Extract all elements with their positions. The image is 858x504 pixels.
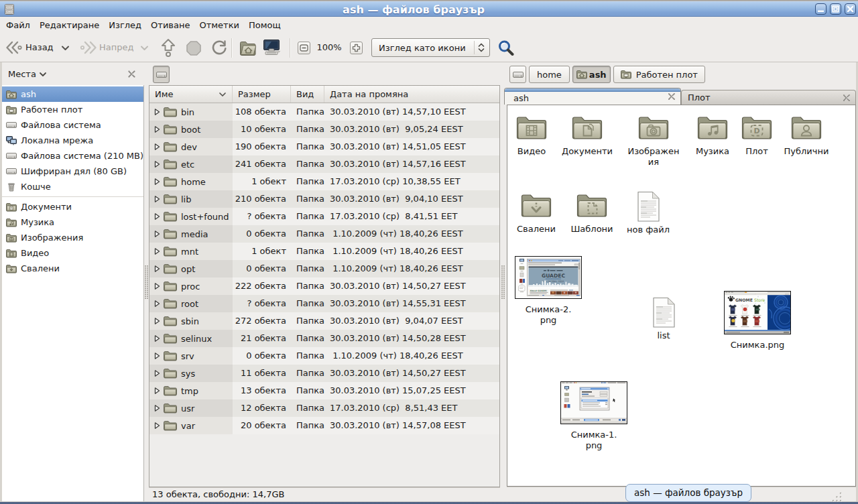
file-row-sys[interactable]: sys 11 обекта Папка 30.03.2010 (вт) 14,5… [149,365,499,382]
column-header-type[interactable]: Вид [291,86,324,103]
pathbar-ash-button[interactable]: ash [572,66,611,83]
sidebar-item-home[interactable]: ash [2,86,143,102]
sidebar-item-documents[interactable]: Документи [2,199,143,214]
expander-icon[interactable] [153,369,164,377]
sidebar-item-network[interactable]: Локална мрежа [2,133,143,148]
expander-icon[interactable] [153,422,164,430]
file-row-lib[interactable]: lib 210 обекта Папка 30.03.2010 (вт) 9,0… [149,190,499,208]
menu-go[interactable]: Отиване [146,17,194,34]
expander-icon[interactable] [153,108,164,116]
search-icon[interactable] [497,40,515,57]
tab-close-icon[interactable] [668,92,676,101]
expander-icon[interactable] [153,230,164,238]
sidebar-item-music[interactable]: Музика [2,214,143,230]
file-row-root[interactable]: root ? обекта Папка 30.03.2010 (вт) 14,5… [149,295,499,312]
file-row-var[interactable]: var 20 обекта Папка 30.03.2010 (вт) 14,5… [149,417,499,434]
computer-icon[interactable] [262,39,281,57]
item-folder-downloads[interactable]: Свалени [506,192,566,235]
zoom-out-button[interactable] [298,42,310,54]
icon-view[interactable]: Видео Документи Изображения Музика DПлот… [507,105,856,487]
sidebar-item-desktop[interactable]: Работен плот [2,102,143,117]
close-button[interactable] [845,3,856,15]
expander-icon[interactable] [153,317,164,325]
tab-close-icon[interactable] [843,94,851,102]
file-row-opt[interactable]: opt 0 обекта Папка 1.10.2009 (чт) 18,40,… [149,260,499,277]
pathbar-home-button[interactable]: home [529,66,570,83]
expander-icon[interactable] [153,387,164,395]
zoom-in-button[interactable] [350,42,363,54]
file-row-dev[interactable]: dev 190 обекта Папка 30.03.2010 (вт) 14,… [149,138,499,155]
expander-icon[interactable] [153,195,164,203]
file-row-proc[interactable]: proc 222 обекта Папка 30.03.2010 (вт) 14… [149,277,499,295]
menu-bookmarks[interactable]: Отметки [194,17,243,34]
file-row-media[interactable]: media 0 обекта Папка 1.10.2009 (чт) 18,4… [149,225,499,243]
expander-icon[interactable] [153,282,164,290]
column-header-name[interactable]: Име [149,86,233,103]
pathbar-desktop-button[interactable]: Работен плот [613,66,705,83]
file-row-boot[interactable]: boot 10 обекта Папка 30.03.2010 (вт) 9,0… [149,121,499,138]
column-header-size[interactable]: Размер [233,86,291,103]
tab-plot[interactable]: Плот [681,90,856,105]
item-folder-documents[interactable]: Документи [557,115,617,157]
up-icon[interactable] [160,38,177,58]
sidebar-item-trash[interactable]: Кошче [2,179,143,194]
file-row-selinux[interactable]: selinux 21 обекта Папка 30.03.2010 (вт) … [149,330,499,347]
sidebar-splitter[interactable] [144,63,149,501]
titlebar[interactable]: ash — файлов браузър [0,1,858,17]
item-folder-public[interactable]: Публични [776,115,837,157]
minimize-button[interactable] [815,3,826,15]
item-image-snimka2[interactable]: GUADECJuly 24-30th, 2010About GUADECСним… [511,256,585,326]
pathbar-root-button[interactable] [509,66,526,83]
menu-help[interactable]: Помощ [244,17,286,34]
expander-icon[interactable] [153,300,164,308]
item-image-snimka1[interactable]: Снимка-1.png [557,381,631,451]
sidebar-item-downloads[interactable]: Свалени [2,261,143,276]
sidebar-item-volume-210mb[interactable]: Файлова система (210 MB) [2,148,143,164]
expander-icon[interactable] [153,212,164,220]
sidebar-close-icon[interactable] [127,70,136,78]
home-icon[interactable] [239,40,257,56]
back-icon[interactable] [5,40,23,56]
item-file-list[interactable]: list [633,297,694,341]
file-row-lost-found[interactable]: lost+found ? обекта Папка 17.03.2010 (ср… [149,208,499,225]
menu-edit[interactable]: Редактиране [35,17,104,34]
file-row-srv[interactable]: srv 0 обекта Папка 1.10.2009 (чт) 18,40,… [149,347,499,365]
sidebar-title[interactable]: Места [2,69,36,79]
item-folder-pictures[interactable]: Изображения [623,115,684,168]
item-folder-video[interactable]: Видео [501,115,562,157]
expander-icon[interactable] [153,143,164,151]
expander-icon[interactable] [153,334,164,342]
sidebar-item-pictures[interactable]: Изображения [2,230,143,245]
back-button[interactable]: Назад [25,34,54,62]
expander-icon[interactable] [153,160,164,168]
column-header-date[interactable]: Дата на промяна [324,86,499,103]
sidebar-item-filesystem[interactable]: Файлова система [2,117,143,133]
expander-icon[interactable] [153,352,164,360]
item-image-snimka[interactable]: GNOMEStoreСнимка.png [721,291,794,351]
item-folder-templates[interactable]: Шаблони [562,192,622,235]
chevron-down-icon[interactable] [39,72,47,77]
expander-icon[interactable] [153,247,164,255]
expander-icon[interactable] [153,404,164,412]
back-dropdown-icon[interactable] [61,46,70,51]
file-row-tmp[interactable]: tmp 13 обекта Папка 30.03.2010 (вт) 15,0… [149,382,499,399]
file-row-sbin[interactable]: sbin 272 обекта Папка 30.03.2010 (вт) 9,… [149,312,499,330]
tab-ash[interactable]: ash [504,88,681,105]
pathbar-filesystem-button[interactable] [153,66,170,83]
menu-file[interactable]: Файл [1,17,35,34]
sidebar-item-encrypted-80gb[interactable]: Шифриран дял (80 GB) [2,164,143,179]
view-mode-select[interactable]: Изглед като икони [371,38,490,57]
file-row-home[interactable]: home 1 обект Папка 17.03.2010 (ср) 10,38… [149,173,499,190]
file-row-usr[interactable]: usr 12 обекта Папка 17.03.2010 (ср) 8,51… [149,399,499,417]
expander-icon[interactable] [153,178,164,186]
file-row-bin[interactable]: bin 108 обекта Папка 30.03.2010 (вт) 14,… [149,103,499,121]
expander-icon[interactable] [153,125,164,133]
reload-icon[interactable] [210,40,228,57]
file-row-etc[interactable]: etc 241 обекта Папка 30.03.2010 (вт) 14,… [149,155,499,173]
resize-grip[interactable] [831,491,843,502]
sidebar-item-video[interactable]: Видео [2,245,143,261]
maximize-button[interactable] [830,3,841,15]
item-file-new[interactable]: нов файл [618,191,678,235]
file-row-mnt[interactable]: mnt 1 обект Папка 1.10.2009 (чт) 18,40,2… [149,243,499,260]
menu-view[interactable]: Изглед [104,17,146,34]
